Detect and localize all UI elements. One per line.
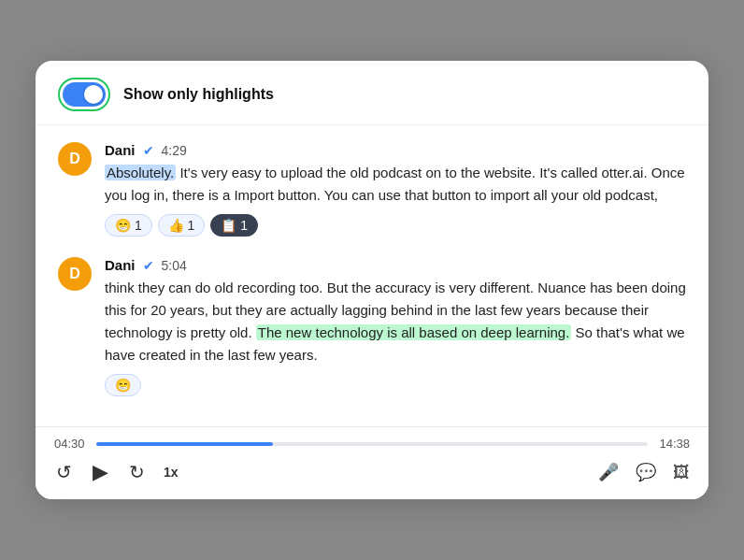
rewind-button[interactable]: ↺	[54, 459, 74, 485]
message-text-1: Absolutely. It's very easy to upload the…	[105, 162, 686, 207]
mic-button[interactable]: 🎤	[598, 462, 619, 482]
timestamp-1: 4:29	[162, 143, 187, 158]
message-body-1: Dani ✔ 4:29 Absolutely. It's very easy t…	[105, 142, 686, 237]
player-bar: 04:30 14:38 ↺ ▶ ↻ 1x 🎤 💬 🖼	[36, 426, 708, 499]
message-text-2: think they can do old recording too. But…	[105, 277, 686, 366]
reactions-1: 😁 1 👍 1 📋 1	[105, 214, 686, 237]
total-time: 14:38	[659, 437, 690, 451]
timestamp-2: 5:04	[162, 258, 187, 273]
toggle-outline	[58, 78, 110, 111]
speaker-name-2: Dani	[105, 257, 136, 273]
reaction-clip-1[interactable]: 📋 1	[210, 214, 258, 237]
progress-row: 04:30 14:38	[54, 437, 690, 451]
player-controls: ↺ ▶ ↻ 1x 🎤 💬 🖼	[54, 458, 690, 486]
highlight-blue-1: Absolutely.	[105, 165, 176, 180]
message-header-2: Dani ✔ 5:04	[105, 257, 686, 273]
text-plain-1: It's very easy to upload the old podcast…	[105, 165, 685, 203]
message-body-2: Dani ✔ 5:04 think they can do old record…	[105, 257, 686, 396]
toggle-label: Show only highlights	[123, 86, 274, 103]
chat-button[interactable]: 💬	[636, 462, 656, 482]
avatar-dani-1: D	[58, 142, 92, 176]
toggle-thumb	[84, 85, 103, 104]
progress-fill	[96, 442, 273, 446]
transcript-area: D Dani ✔ 4:29 Absolutely. It's very easy…	[36, 125, 708, 426]
reaction-smile-2[interactable]: 😁	[105, 374, 141, 396]
speed-label[interactable]: 1x	[164, 465, 179, 480]
forward-button[interactable]: ↻	[127, 459, 147, 485]
highlight-green-2: The new technology is all based on deep …	[256, 324, 572, 340]
reactions-2: 😁	[105, 374, 686, 396]
current-time: 04:30	[54, 437, 85, 451]
message-1: D Dani ✔ 4:29 Absolutely. It's very easy…	[58, 142, 686, 237]
reaction-smile-1[interactable]: 😁 1	[105, 214, 152, 237]
main-card: Show only highlights D Dani ✔ 4:29 Absol…	[36, 61, 708, 499]
player-actions: 🎤 💬 🖼	[598, 462, 690, 482]
speaker-name-1: Dani	[105, 142, 136, 158]
reaction-thumbs-1[interactable]: 👍 1	[158, 214, 206, 237]
play-button[interactable]: ▶	[91, 458, 110, 486]
progress-track[interactable]	[96, 442, 649, 446]
image-button[interactable]: 🖼	[673, 463, 690, 482]
avatar-dani-2: D	[58, 257, 92, 291]
verified-icon-2: ✔	[143, 258, 154, 273]
top-bar: Show only highlights	[36, 61, 708, 125]
highlights-toggle[interactable]	[63, 82, 106, 107]
verified-icon-1: ✔	[143, 143, 154, 158]
message-header-1: Dani ✔ 4:29	[105, 142, 686, 158]
message-2: D Dani ✔ 5:04 think they can do old reco…	[58, 257, 686, 396]
